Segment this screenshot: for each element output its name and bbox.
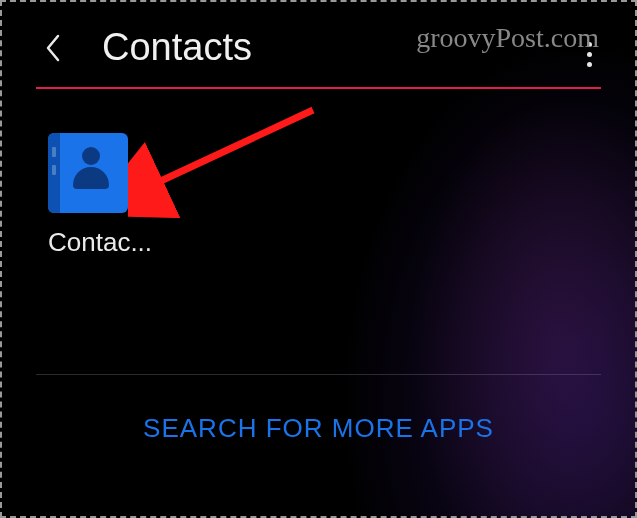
chevron-left-icon: [44, 33, 62, 63]
page-title: Contacts: [102, 26, 252, 69]
search-more-section: SEARCH FOR MORE APPS: [0, 375, 637, 482]
app-result-contacts[interactable]: Contac...: [48, 133, 158, 258]
overflow-menu-button[interactable]: [577, 36, 601, 72]
app-label: Contac...: [48, 227, 158, 258]
back-button[interactable]: [36, 31, 70, 65]
dots-icon: [587, 42, 592, 47]
search-results: Contac...: [0, 89, 637, 278]
app-header: Contacts: [0, 0, 637, 87]
contacts-icon: [48, 133, 128, 213]
search-for-more-apps-button[interactable]: SEARCH FOR MORE APPS: [143, 413, 494, 443]
